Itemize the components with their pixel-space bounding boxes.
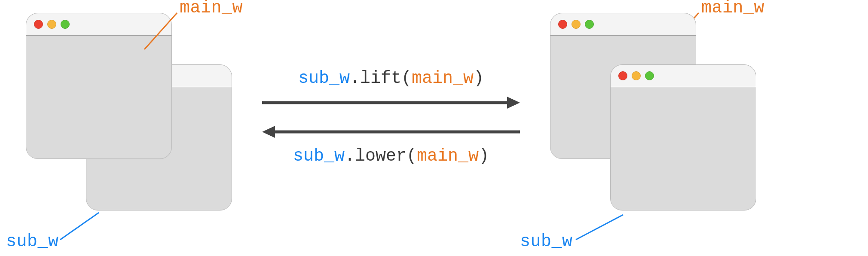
minimize-dot-icon bbox=[632, 71, 641, 80]
minimize-dot-icon bbox=[572, 20, 581, 29]
code-method: lift bbox=[360, 69, 401, 88]
main-w-label-left: main_w bbox=[180, 0, 243, 18]
close-dot-icon bbox=[34, 20, 43, 29]
left-stage bbox=[26, 13, 232, 236]
sub-window-right bbox=[610, 64, 756, 210]
code-close: ) bbox=[474, 69, 484, 88]
titlebar bbox=[611, 65, 756, 87]
lower-code: sub_w.lower(main_w) bbox=[258, 146, 524, 166]
main-w-label-right: main_w bbox=[701, 0, 764, 18]
code-method: lower bbox=[355, 146, 406, 166]
zoom-dot-icon bbox=[585, 20, 594, 29]
code-obj: sub_w bbox=[298, 69, 350, 88]
zoom-dot-icon bbox=[645, 71, 654, 80]
sub-w-label-left: sub_w bbox=[6, 232, 59, 251]
lift-code: sub_w.lift(main_w) bbox=[258, 69, 524, 88]
svg-marker-7 bbox=[262, 126, 275, 138]
minimize-dot-icon bbox=[47, 20, 56, 29]
close-dot-icon bbox=[558, 20, 567, 29]
center-transition: sub_w.lift(main_w) sub_w.lower(main_w) bbox=[258, 69, 524, 166]
code-close: ) bbox=[479, 146, 489, 166]
code-open: ( bbox=[406, 146, 417, 166]
code-dot: . bbox=[350, 69, 360, 88]
right-stage bbox=[550, 13, 756, 236]
titlebar bbox=[26, 13, 171, 36]
svg-marker-5 bbox=[507, 97, 520, 109]
arrow-left-icon bbox=[258, 123, 524, 140]
zoom-dot-icon bbox=[61, 20, 70, 29]
titlebar bbox=[550, 13, 696, 36]
main-window-left bbox=[26, 13, 172, 159]
arrow-right-icon bbox=[258, 94, 524, 111]
close-dot-icon bbox=[618, 71, 627, 80]
code-open: ( bbox=[401, 69, 412, 88]
code-arg: main_w bbox=[417, 146, 479, 166]
code-arg: main_w bbox=[412, 69, 474, 88]
code-dot: . bbox=[345, 146, 355, 166]
code-obj: sub_w bbox=[293, 146, 345, 166]
sub-w-label-right: sub_w bbox=[520, 232, 573, 251]
